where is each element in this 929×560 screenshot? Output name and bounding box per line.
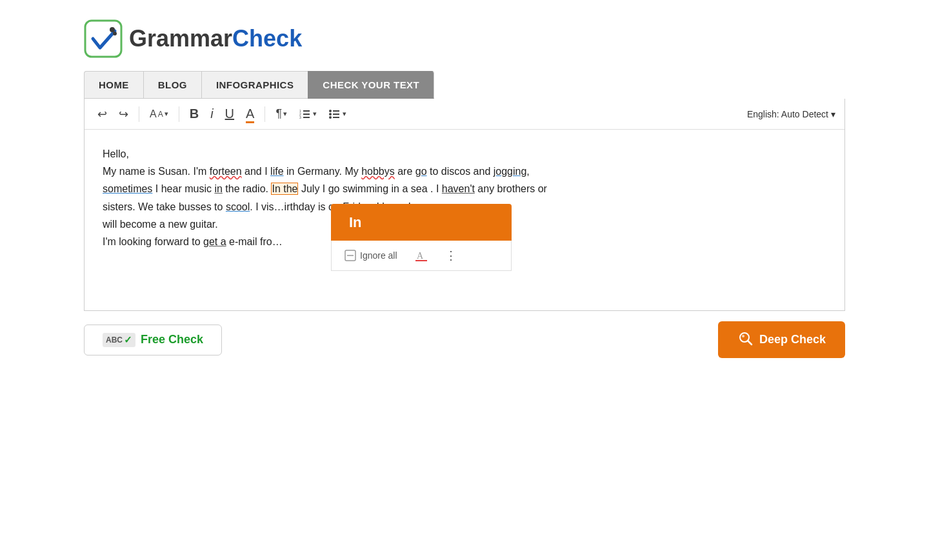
svg-line-20 [748, 341, 752, 345]
ignore-all-label: Ignore all [360, 250, 397, 261]
error-sometimes: sometimes [103, 183, 152, 194]
nav-item-check-your-text[interactable]: CHECK YOUR TEXT [308, 71, 434, 99]
logo-check: Check [232, 25, 302, 52]
logo-icon [84, 19, 123, 58]
popup: In Ignore all A ⋮ [331, 204, 512, 271]
undo-button[interactable]: ↩ [94, 105, 111, 124]
deep-check-button[interactable]: Deep Check [718, 321, 845, 358]
error-forteen: forteen [210, 166, 242, 177]
editor-line-1: Hello, [103, 145, 826, 163]
nav-item-blog[interactable]: BLOG [143, 71, 201, 99]
editor-line-3: sometimes I hear music in the radio. In … [103, 180, 826, 197]
nav-bar: HOME BLOG INFOGRAPHICS CHECK YOUR TEXT [84, 71, 929, 99]
highlighted-in-the: In the [271, 183, 298, 195]
language-selector[interactable]: English: Auto Detect ▾ [747, 109, 835, 119]
error-jogging: jogging, [494, 166, 530, 177]
error-in: in [214, 183, 222, 194]
svg-point-10 [329, 113, 332, 115]
error-get-a: get a [203, 236, 226, 247]
svg-point-2 [113, 32, 117, 35]
free-check-button[interactable]: ABC ✓ Free Check [84, 325, 222, 355]
deep-check-label: Deep Check [759, 333, 826, 346]
svg-point-1 [110, 27, 115, 32]
bullet-list-button[interactable]: ▾ [325, 105, 350, 123]
header: GrammarCheck [0, 0, 929, 71]
logo-grammar: Grammar [129, 25, 232, 52]
language-label: English: Auto Detect [747, 109, 828, 119]
ignore-icon [345, 250, 356, 261]
popup-actions: Ignore all A ⋮ [331, 241, 512, 271]
error-go: go [415, 166, 427, 177]
paragraph-button[interactable]: ¶ ▾ [272, 105, 291, 123]
free-check-label: Free Check [141, 333, 203, 346]
svg-point-9 [329, 110, 332, 112]
svg-point-11 [329, 116, 332, 119]
deep-check-icon [737, 330, 753, 349]
italic-button[interactable]: i [206, 104, 217, 124]
font-color-button[interactable]: A [242, 104, 258, 124]
underline-button[interactable]: U [221, 104, 238, 124]
editor-wrapper: ↩ ↪ AA ▾ B i U A ¶ ▾ 123 ▾ ▾ English: Au… [84, 99, 845, 311]
chevron-down-icon: ▾ [831, 109, 835, 119]
bold-button[interactable]: B [186, 104, 203, 124]
svg-point-21 [742, 335, 744, 337]
abc-icon: ABC ✓ [103, 333, 135, 347]
svg-text:3: 3 [299, 115, 301, 119]
error-scool: scool [226, 201, 250, 212]
editor-line-2: My name is Susan. I'm forteen and I life… [103, 163, 826, 180]
svg-text:A: A [417, 251, 424, 261]
error-hobbys: hobbys [361, 166, 395, 177]
toolbar-divider-3 [265, 106, 265, 122]
numbered-list-button[interactable]: 123 ▾ [295, 105, 321, 123]
nav-item-home[interactable]: HOME [84, 71, 143, 99]
toolbar: ↩ ↪ AA ▾ B i U A ¶ ▾ 123 ▾ ▾ English: Au… [85, 99, 844, 130]
logo-text: GrammarCheck [129, 25, 302, 52]
ignore-all-button[interactable]: Ignore all [341, 247, 401, 264]
nav-item-infographics[interactable]: INFOGRAPHICS [201, 71, 308, 99]
svg-rect-0 [85, 21, 121, 57]
font-style-button[interactable]: A [412, 247, 431, 264]
logo: GrammarCheck [84, 19, 929, 58]
error-life: life [270, 166, 283, 177]
font-size-button[interactable]: AA ▾ [146, 106, 172, 123]
error-havent: haven't [442, 183, 475, 194]
truncated-text: … [274, 201, 285, 212]
editor-content[interactable]: Hello, My name is Susan. I'm forteen and… [85, 130, 844, 310]
font-style-icon: A [415, 250, 427, 261]
toolbar-divider-1 [139, 106, 139, 122]
redo-button[interactable]: ↪ [115, 105, 132, 124]
bottom-bar: ABC ✓ Free Check Deep Check [84, 311, 845, 368]
popup-suggestion: In [331, 204, 512, 241]
more-options-button[interactable]: ⋮ [441, 246, 461, 265]
toolbar-divider-2 [179, 106, 179, 122]
